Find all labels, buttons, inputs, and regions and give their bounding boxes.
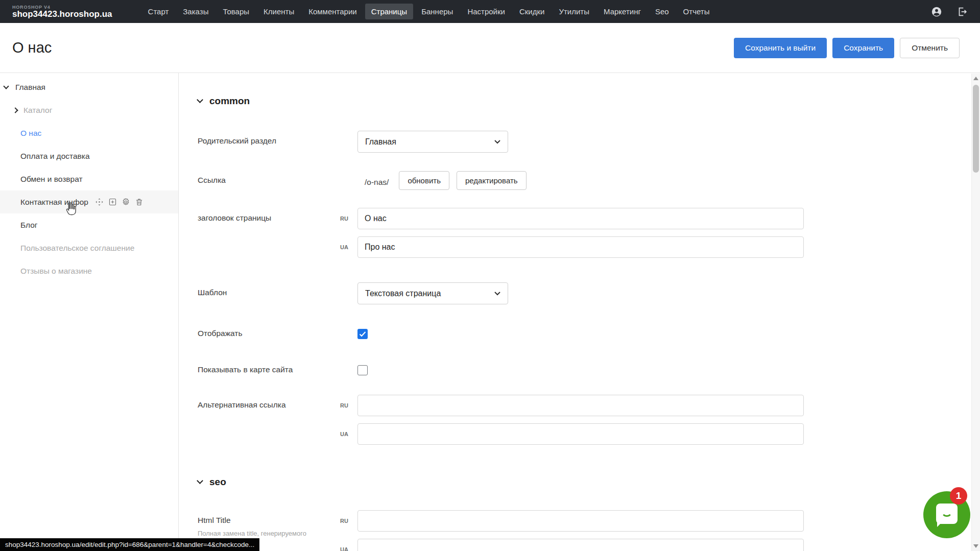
lang-badge-ua: UA: [340, 546, 348, 551]
cancel-button[interactable]: Отменить: [900, 38, 960, 58]
page-header: О нас Сохранить и выйти Сохранить Отмени…: [0, 23, 980, 73]
lang-badge-ua: UA: [340, 431, 348, 437]
logo[interactable]: HOROSHOP V4 shop34423.horoshop.ua: [12, 5, 112, 19]
tree-item-label: Обмен и возврат: [20, 175, 83, 184]
html-title-ru-input[interactable]: [357, 510, 804, 532]
status-url-bar: shop34423.horoshop.ua/edit/edit.php?id=6…: [0, 538, 259, 551]
tree-item-label: Главная: [15, 83, 45, 92]
nav-banners[interactable]: Баннеры: [415, 4, 459, 19]
chat-unread-badge: 1: [950, 487, 967, 505]
html-title-help: Полная замена title, генерируемого: [198, 530, 351, 537]
nav-comments[interactable]: Комментарии: [302, 4, 363, 19]
lang-badge-ua: UA: [340, 244, 348, 250]
tree-item-label: Пользовательское соглашение: [20, 244, 134, 253]
page-heading-ru-input[interactable]: [357, 208, 804, 229]
parent-section-label: Родительский раздел: [198, 131, 357, 146]
html-title-label: Html Title Полная замена title, генериру…: [198, 510, 357, 537]
page-heading-label: заголовок страницы: [198, 208, 357, 223]
link-label: Ссылка: [198, 170, 357, 185]
nav-discounts[interactable]: Скидки: [513, 4, 551, 19]
tree-item-label: Оплата и доставка: [20, 152, 90, 161]
template-value: Текстовая страница: [365, 289, 441, 298]
tree-item-label: Блог: [20, 221, 38, 230]
scrollbar[interactable]: [971, 74, 980, 551]
settings-gear-icon[interactable]: [122, 198, 130, 206]
lang-badge-ru: RU: [340, 402, 348, 409]
lang-badge-ru: RU: [340, 215, 348, 222]
tree-item-exchange-return[interactable]: Обмен и возврат: [0, 167, 178, 190]
nav-products[interactable]: Товары: [217, 4, 255, 19]
tree-item-blog[interactable]: Блог: [0, 213, 178, 236]
section-title: seo: [209, 476, 226, 488]
section-title: common: [209, 95, 250, 107]
html-title-label-text: Html Title: [198, 516, 357, 525]
tree-item-label: Отзывы о магазине: [20, 267, 92, 276]
tree-item-about-selected[interactable]: О нас: [0, 122, 178, 145]
sitemap-checkbox[interactable]: [357, 365, 368, 375]
save-and-exit-button[interactable]: Сохранить и выйти: [734, 38, 827, 58]
chat-widget-button[interactable]: 1: [923, 491, 970, 538]
nav-utilities[interactable]: Утилиты: [553, 4, 595, 19]
section-common[interactable]: common: [198, 95, 980, 107]
nav-start[interactable]: Старт: [142, 4, 175, 19]
parent-section-select[interactable]: Главная: [357, 131, 508, 153]
html-title-ua-input[interactable]: [357, 539, 804, 551]
alt-link-label: Альтернативная ссылка: [198, 395, 357, 410]
nav-pages[interactable]: Страницы: [365, 4, 413, 19]
save-button[interactable]: Сохранить: [832, 38, 894, 58]
alt-link-ua-input[interactable]: [357, 423, 804, 445]
collapse-icon: [197, 97, 203, 103]
check-icon: [357, 329, 368, 339]
collapse-icon[interactable]: [3, 83, 9, 89]
nav-marketing[interactable]: Маркетинг: [597, 4, 647, 19]
sitemap-label: Показывать в карте сайта: [198, 365, 357, 374]
display-label: Отображать: [198, 328, 357, 338]
brand-line: HOROSHOP V4: [12, 5, 112, 10]
tree-item-main[interactable]: Главная: [0, 76, 178, 99]
refresh-link-button[interactable]: обновить: [399, 171, 449, 190]
collapse-icon: [197, 477, 203, 484]
tree-item-user-agreement[interactable]: Пользовательское соглашение: [0, 236, 178, 259]
expand-icon[interactable]: [12, 107, 18, 113]
tree-item-store-reviews[interactable]: Отзывы о магазине: [0, 259, 178, 282]
edit-link-button[interactable]: редактировать: [457, 171, 527, 190]
nav-orders[interactable]: Заказы: [177, 4, 214, 19]
scroll-down-icon[interactable]: [973, 544, 978, 548]
parent-section-value: Главная: [365, 137, 396, 147]
pages-tree-sidebar: Главная Каталог О нас Оплата и доставка …: [0, 73, 179, 551]
chat-bubble-icon: [936, 504, 958, 524]
shop-domain: shop34423.horoshop.ua: [12, 10, 112, 19]
template-select[interactable]: Текстовая страница: [357, 282, 508, 304]
nav-settings[interactable]: Настройки: [461, 4, 511, 19]
tree-item-label: О нас: [20, 129, 41, 138]
section-seo[interactable]: seo: [198, 476, 980, 488]
chevron-down-icon: [494, 292, 500, 296]
scrollbar-thumb[interactable]: [973, 85, 979, 173]
tree-item-payment-delivery[interactable]: Оплата и доставка: [0, 145, 178, 167]
chevron-down-icon: [494, 140, 500, 144]
template-label: Шаблон: [198, 282, 357, 297]
page-edit-form: common Родительский раздел Главная Ссылк…: [179, 73, 980, 551]
move-icon[interactable]: [95, 198, 104, 206]
tree-item-label: Каталог: [23, 106, 52, 115]
lang-badge-ru: RU: [340, 518, 348, 524]
page-title: О нас: [12, 39, 52, 56]
add-page-icon[interactable]: [108, 198, 117, 206]
tree-item-catalog[interactable]: Каталог: [0, 99, 178, 122]
alt-link-ru-input[interactable]: [357, 395, 804, 416]
display-checkbox[interactable]: [357, 329, 368, 339]
scroll-up-icon[interactable]: [973, 77, 978, 80]
link-path-value: /o-nas/: [365, 178, 389, 187]
cursor-hand-icon: [62, 201, 79, 217]
nav-seo[interactable]: Seo: [649, 4, 675, 19]
nav-reports[interactable]: Отчеты: [677, 4, 716, 19]
nav-clients[interactable]: Клиенты: [257, 4, 300, 19]
main-nav: Старт Заказы Товары Клиенты Комментарии …: [142, 4, 716, 19]
logout-icon[interactable]: [957, 6, 968, 17]
topbar: HOROSHOP V4 shop34423.horoshop.ua Старт …: [0, 0, 980, 23]
account-icon[interactable]: [931, 6, 942, 17]
smile-icon: [941, 511, 952, 517]
delete-trash-icon[interactable]: [135, 198, 144, 206]
tree-item-contact-info[interactable]: Контактная инфор: [0, 190, 178, 213]
page-heading-ua-input[interactable]: [357, 236, 804, 258]
